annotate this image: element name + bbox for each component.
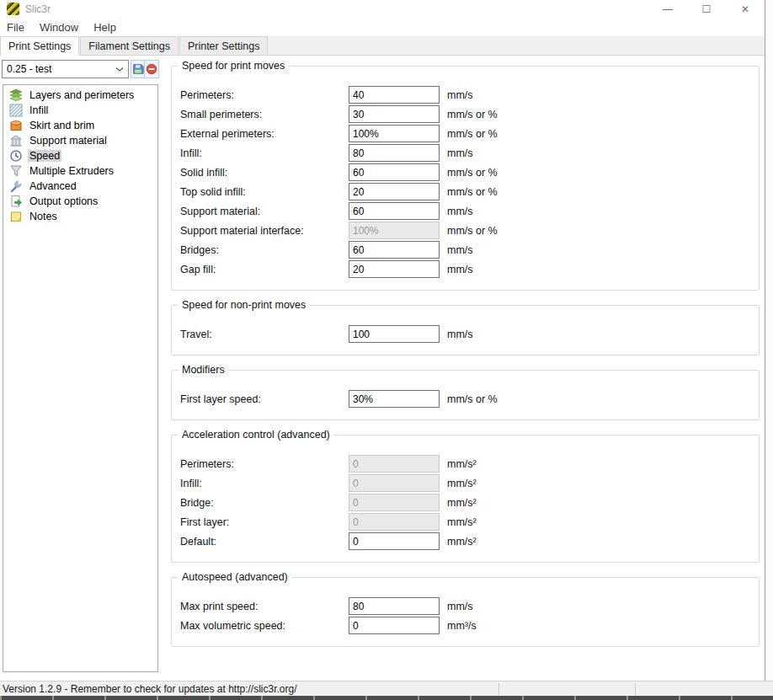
notes-icon [9,210,23,223]
group-acceleration-control-advanced: Acceleration control (advanced)Perimeter… [171,435,760,563]
setting-unit: mm/s or % [447,128,498,140]
sidebar-item-label: Multiple Extruders [28,165,115,177]
sidebar-item-label: Speed [28,150,61,162]
status-bar: Version 1.2.9 - Remember to check for up… [0,681,773,696]
window-controls: — ☐ ✕ [648,0,765,19]
menu-bar: FileWindowHelp [0,19,765,36]
output-icon [9,195,23,208]
setting-row-default: Default:mm/s² [172,532,759,551]
input-infill[interactable] [349,144,440,162]
close-button[interactable]: ✕ [726,0,765,19]
setting-label: Perimeters: [180,89,349,101]
menu-file[interactable]: File [5,20,26,35]
advanced-icon [9,179,23,193]
input-gap-fill[interactable] [349,260,440,278]
sidebar-item-multiple-extruders[interactable]: Multiple Extruders [3,163,157,179]
sidebar-item-output-options[interactable]: Output options [3,194,157,209]
input-external-perimeters[interactable] [349,125,440,142]
save-preset-button[interactable] [131,60,145,78]
setting-unit: mm/s² [447,497,477,509]
setting-label: Travel: [180,329,349,340]
input-perimeters[interactable] [349,86,440,104]
setting-unit: mm³/s [447,620,477,632]
input-travel[interactable] [349,325,440,343]
setting-unit: mm/s or % [447,225,498,237]
sidebar-item-label: Layers and perimeters [28,89,136,101]
setting-row-infill: Infill:mm/s² [172,473,759,493]
sidebar-item-advanced[interactable]: Advanced [3,179,157,194]
setting-label: Bridge: [180,497,349,509]
setting-row-first-layer-speed: First layer speed:mm/s or % [172,389,759,409]
menu-help[interactable]: Help [92,20,118,35]
input-max-volumetric-speed[interactable] [349,617,440,634]
setting-label: Solid infill: [180,167,349,179]
sidebar-item-skirt-and-brim[interactable]: Skirt and brim [3,118,157,133]
sidebar-item-layers-and-perimeters[interactable]: Layers and perimeters [3,88,157,103]
settings-tab-bar: Print SettingsFilament SettingsPrinter S… [0,36,765,56]
sidebar-item-notes[interactable]: Notes [3,209,157,224]
background-window-sliver [765,0,773,681]
group-autospeed-advanced: Autospeed (advanced)Max print speed:mm/s… [171,577,760,647]
setting-row-infill: Infill:mm/s [172,143,759,163]
setting-row-max-volumetric-speed: Max volumetric speed:mm³/s [172,616,759,635]
setting-row-perimeters: Perimeters:mm/s [172,85,759,104]
group-modifiers: ModifiersFirst layer speed:mm/s or % [171,370,760,420]
setting-unit: mm/s or % [447,109,498,120]
statusbar-divider [498,683,499,695]
window-title: Slic3r [25,3,51,15]
input-first-layer-speed[interactable] [349,390,440,408]
setting-unit: mm/s or % [447,167,498,179]
sidebar-item-support-material[interactable]: Support material [3,133,157,148]
group-title: Acceleration control (advanced) [179,429,333,441]
group-speed-for-non-print-moves: Speed for non-print movesTravel:mm/s [171,305,760,355]
sidebar-item-label: Infill [28,104,50,116]
group-title: Modifiers [179,364,228,376]
minimize-button[interactable]: — [648,0,687,19]
setting-row-perimeters: Perimeters:mm/s² [172,454,759,473]
input-bridges[interactable] [349,241,440,259]
chevron-down-icon [115,63,124,75]
infill-icon [9,104,23,117]
setting-unit: mm/s² [447,536,477,548]
setting-unit: mm/s [447,244,473,256]
input-solid-infill[interactable] [349,163,440,181]
input-small-perimeters[interactable] [349,105,440,123]
input-perimeters [349,455,440,473]
input-top-solid-infill[interactable] [349,183,440,200]
setting-row-travel: Travel:mm/s [172,324,759,344]
group-title: Autospeed (advanced) [179,571,291,583]
preset-value: 0.25 - test [7,63,51,75]
setting-label: Support material interface: [180,225,349,237]
input-max-print-speed[interactable] [349,597,440,615]
group-speed-for-print-moves: Speed for print movesPerimeters:mm/sSmal… [171,66,760,291]
setting-label: Infill: [180,147,349,159]
settings-page-list: Layers and perimetersInfillSkirt and bri… [3,84,158,672]
speed-settings-panel: Speed for print movesPerimeters:mm/sSmal… [171,56,760,647]
sidebar-item-infill[interactable]: Infill [3,103,157,118]
extruders-icon [9,164,23,178]
delete-preset-button[interactable] [145,60,159,78]
tab-filament-settings[interactable]: Filament Settings [80,36,179,55]
menu-window[interactable]: Window [38,20,80,35]
maximize-button[interactable]: ☐ [687,0,726,19]
setting-label: Max print speed: [180,601,349,612]
setting-unit: mm/s [447,147,473,159]
setting-label: Bridges: [180,244,349,256]
tab-printer-settings[interactable]: Printer Settings [179,36,268,55]
slic3r-logo-icon [7,3,19,15]
setting-row-bridges: Bridges:mm/s [172,240,759,259]
slic3r-window: Slic3r — ☐ ✕ FileWindowHelp Print Settin… [0,0,773,700]
group-title: Speed for print moves [179,60,288,72]
setting-unit: mm/s [447,206,473,217]
sidebar-item-label: Notes [28,211,59,222]
sidebar-item-speed[interactable]: Speed [3,148,157,163]
input-support-material[interactable] [349,202,440,220]
input-default[interactable] [349,532,440,550]
setting-unit: mm/s or % [447,393,498,405]
setting-unit: mm/s [447,89,473,101]
tab-print-settings[interactable]: Print Settings [0,36,79,56]
preset-dropdown[interactable]: 0.25 - test [2,60,129,78]
setting-row-gap-fill: Gap fill:mm/s [172,259,759,279]
skirt-icon [9,119,23,132]
setting-unit: mm/s or % [447,186,498,198]
